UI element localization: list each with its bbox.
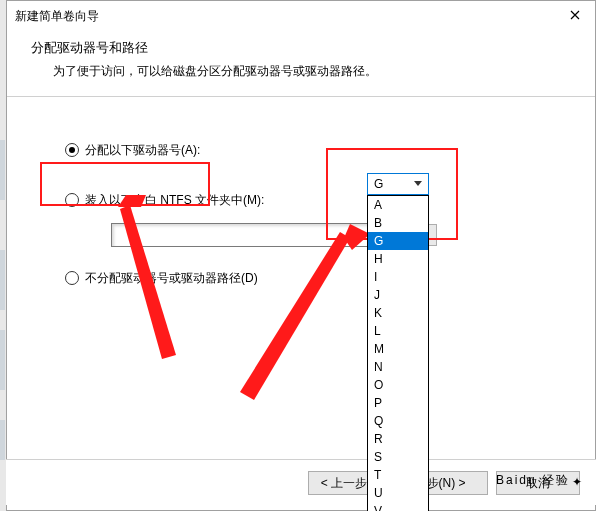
close-icon xyxy=(570,9,580,23)
mount-path-input[interactable] xyxy=(111,223,371,247)
combo-value: G xyxy=(374,177,383,191)
drive-letter-option[interactable]: A xyxy=(368,196,428,214)
drive-letter-option[interactable]: R xyxy=(368,430,428,448)
drive-letter-option[interactable]: S xyxy=(368,448,428,466)
drive-letter-option[interactable]: T xyxy=(368,466,428,484)
window-close-button[interactable] xyxy=(555,1,595,31)
option-label: 装入以下空白 NTFS 文件夹中(M): xyxy=(85,192,264,209)
radio-icon xyxy=(65,143,79,157)
wizard-body: 分配以下驱动器号(A): 装入以下空白 NTFS 文件夹中(M): 浏 不分配驱… xyxy=(7,97,595,477)
drive-letter-dropdown[interactable]: ABGHIJKLMNOPQRSTUV xyxy=(367,195,429,511)
wizard-window: 新建简单卷向导 分配驱动器号和路径 为了便于访问，可以给磁盘分区分配驱动器号或驱… xyxy=(6,0,596,511)
drive-letter-option[interactable]: H xyxy=(368,250,428,268)
option-mount-folder[interactable]: 装入以下空白 NTFS 文件夹中(M): xyxy=(65,187,571,213)
drive-letter-option[interactable]: I xyxy=(368,268,428,286)
option-label: 不分配驱动器号或驱动器路径(D) xyxy=(85,270,258,287)
window-title: 新建简单卷向导 xyxy=(15,8,555,25)
drive-letter-option[interactable]: G xyxy=(368,232,428,250)
drive-letter-option[interactable]: M xyxy=(368,340,428,358)
drive-letter-option[interactable]: P xyxy=(368,394,428,412)
titlebar: 新建简单卷向导 xyxy=(7,1,595,31)
drive-letter-option[interactable]: Q xyxy=(368,412,428,430)
drive-letter-option[interactable]: N xyxy=(368,358,428,376)
header-title: 分配驱动器号和路径 xyxy=(31,39,571,57)
option-label: 分配以下驱动器号(A): xyxy=(85,142,200,159)
drive-letter-option[interactable]: U xyxy=(368,484,428,502)
drive-letter-option[interactable]: B xyxy=(368,214,428,232)
wizard-header: 分配驱动器号和路径 为了便于访问，可以给磁盘分区分配驱动器号或驱动器路径。 xyxy=(7,31,595,97)
cancel-button[interactable]: 取消 xyxy=(496,471,580,495)
drive-letter-option[interactable]: J xyxy=(368,286,428,304)
radio-icon xyxy=(65,271,79,285)
drive-letter-option[interactable]: O xyxy=(368,376,428,394)
wizard-footer: < 上一步(B) 步(N) > 取消 xyxy=(6,459,596,505)
header-subtitle: 为了便于访问，可以给磁盘分区分配驱动器号或驱动器路径。 xyxy=(53,63,571,80)
radio-icon xyxy=(65,193,79,207)
drive-letter-combobox[interactable]: G xyxy=(367,173,429,195)
option-no-assign[interactable]: 不分配驱动器号或驱动器路径(D) xyxy=(65,265,571,291)
mount-path-row: 浏 xyxy=(111,223,571,247)
option-assign-letter[interactable]: 分配以下驱动器号(A): xyxy=(65,137,571,163)
drive-letter-option[interactable]: K xyxy=(368,304,428,322)
drive-letter-option[interactable]: V xyxy=(368,502,428,511)
drive-letter-option[interactable]: L xyxy=(368,322,428,340)
chevron-down-icon xyxy=(410,175,426,193)
